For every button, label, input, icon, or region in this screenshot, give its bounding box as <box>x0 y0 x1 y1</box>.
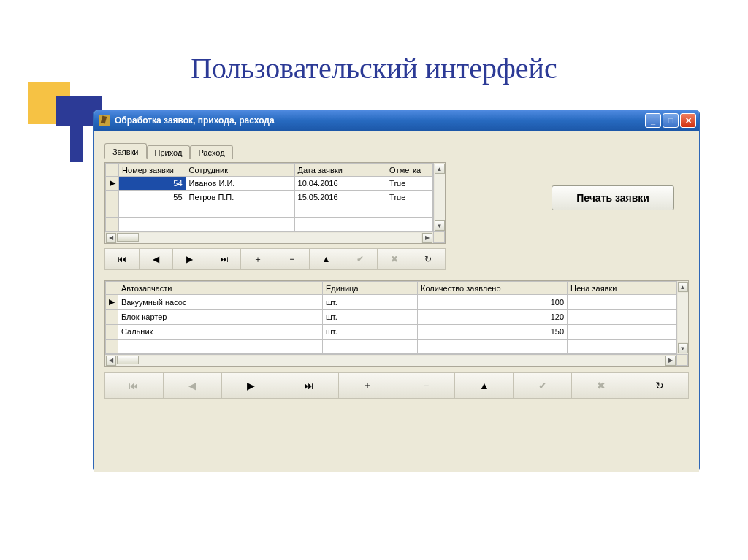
requests-table[interactable]: Номер заявки Сотрудник Дата заявки Отмет… <box>105 163 433 231</box>
minus-icon: − <box>289 254 294 264</box>
nav-add-button[interactable]: ＋ <box>339 373 397 398</box>
cell-qty[interactable]: 100 <box>418 295 568 310</box>
nav-cancel-button[interactable]: ✖ <box>572 373 630 398</box>
cell-price[interactable] <box>568 310 676 324</box>
table-row[interactable]: ▶ 54 Иванов И.И. 10.04.2016 True <box>106 177 433 191</box>
parts-grid[interactable]: Автозапчасти Единица Количество заявлено… <box>104 280 689 367</box>
scroll-right-icon[interactable]: ▶ <box>422 233 432 243</box>
scroll-down-icon[interactable]: ▼ <box>435 220 445 231</box>
table-row[interactable]: Сальник шт. 150 <box>106 324 676 339</box>
table-row[interactable]: Блок-картер шт. 120 <box>106 310 676 324</box>
scroll-left-icon[interactable]: ◀ <box>106 356 116 366</box>
row-marker <box>106 324 118 339</box>
col-qty[interactable]: Количество заявлено <box>418 282 568 295</box>
cancel-icon: ✖ <box>597 380 606 391</box>
cell-part[interactable]: Сальник <box>118 324 323 339</box>
scroll-up-icon[interactable]: ▲ <box>678 282 688 292</box>
nav-refresh-button[interactable]: ↻ <box>411 249 445 269</box>
maximize-button[interactable]: □ <box>663 113 679 128</box>
grid1-hscroll[interactable]: ◀ ▶ <box>105 231 433 243</box>
scroll-left-icon[interactable]: ◀ <box>106 233 116 243</box>
scroll-down-icon[interactable]: ▼ <box>678 343 688 353</box>
cell-unit[interactable]: шт. <box>323 295 418 310</box>
col-unit[interactable]: Единица <box>323 282 418 295</box>
nav-delete-button[interactable]: − <box>397 373 456 398</box>
next-icon: ▶ <box>247 380 255 391</box>
nav-next-button[interactable]: ▶ <box>173 249 207 269</box>
refresh-icon: ↻ <box>655 380 664 391</box>
check-icon: ✔ <box>356 254 364 264</box>
col-price[interactable]: Цена заявки <box>568 282 676 295</box>
cell-unit[interactable]: шт. <box>323 324 418 339</box>
scroll-corner <box>676 354 688 366</box>
col-employee[interactable]: Сотрудник <box>186 164 294 177</box>
nav-last-button[interactable]: ⏭ <box>207 249 242 269</box>
app-icon <box>99 115 110 126</box>
nav-first-button[interactable]: ⏮ <box>105 249 140 269</box>
col-mark[interactable]: Отметка <box>386 164 433 177</box>
cell-mark[interactable]: True <box>386 177 433 191</box>
col-indicator <box>106 282 118 295</box>
requests-navigator: ⏮ ◀ ▶ ⏭ ＋ − ▲ ✔ ✖ ↻ <box>104 248 446 270</box>
cancel-icon: ✖ <box>391 254 398 264</box>
nav-post-button[interactable]: ✔ <box>514 373 572 398</box>
nav-first-button[interactable]: ⏮ <box>105 373 164 398</box>
next-icon: ▶ <box>186 254 193 264</box>
cell-part[interactable]: Вакуумный насос <box>118 295 323 310</box>
cell-mark[interactable]: True <box>386 190 433 204</box>
plus-icon: ＋ <box>362 379 373 392</box>
scroll-right-icon[interactable]: ▶ <box>665 356 676 366</box>
scroll-up-icon[interactable]: ▲ <box>435 164 445 174</box>
nav-prev-button[interactable]: ◀ <box>140 249 174 269</box>
nav-next-button[interactable]: ▶ <box>222 373 280 398</box>
cell-unit[interactable]: шт. <box>323 310 418 324</box>
cell-qty[interactable]: 120 <box>418 310 568 324</box>
grid2-hscroll[interactable]: ◀ ▶ <box>105 354 676 366</box>
nav-post-button[interactable]: ✔ <box>343 249 378 269</box>
nav-refresh-button[interactable]: ↻ <box>630 373 688 398</box>
nav-edit-button[interactable]: ▲ <box>455 373 514 398</box>
nav-add-button[interactable]: ＋ <box>241 249 275 269</box>
col-request-number[interactable]: Номер заявки <box>119 164 186 177</box>
close-button[interactable]: ✕ <box>680 113 696 128</box>
tab-expense[interactable]: Расход <box>190 145 232 159</box>
cell-price[interactable] <box>568 324 676 339</box>
nav-prev-button[interactable]: ◀ <box>164 373 222 398</box>
cell-date[interactable]: 10.04.2016 <box>294 177 386 191</box>
prev-icon: ◀ <box>188 380 196 391</box>
col-indicator <box>106 164 119 177</box>
requests-grid[interactable]: Номер заявки Сотрудник Дата заявки Отмет… <box>104 162 446 244</box>
cell-emp[interactable]: Петров П.П. <box>186 190 294 204</box>
nav-edit-button[interactable]: ▲ <box>310 249 344 269</box>
table-row[interactable]: 55 Петров П.П. 15.05.2016 True <box>106 190 433 204</box>
nav-cancel-button[interactable]: ✖ <box>378 249 412 269</box>
cell-price[interactable] <box>568 295 676 310</box>
grid2-vscroll[interactable]: ▲ ▼ <box>676 281 688 354</box>
cell-part[interactable]: Блок-картер <box>118 310 323 324</box>
table-row[interactable]: ▶ Вакуумный насос шт. 100 <box>106 295 676 310</box>
cell-num[interactable]: 55 <box>119 190 186 204</box>
cell-num[interactable]: 54 <box>119 177 186 191</box>
print-request-button[interactable]: Печать заявки <box>552 185 674 210</box>
first-icon: ⏮ <box>129 380 139 391</box>
col-date[interactable]: Дата заявки <box>294 164 386 177</box>
refresh-icon: ↻ <box>424 254 432 264</box>
plus-icon: ＋ <box>253 253 262 266</box>
nav-last-button[interactable]: ⏭ <box>280 373 339 398</box>
parts-table[interactable]: Автозапчасти Единица Количество заявлено… <box>105 281 676 354</box>
minus-icon: − <box>423 380 429 391</box>
tab-requests[interactable]: Заявки <box>104 143 147 159</box>
nav-delete-button[interactable]: − <box>275 249 310 269</box>
minimize-button[interactable]: _ <box>645 113 661 128</box>
prev-icon: ◀ <box>153 254 159 264</box>
col-part[interactable]: Автозапчасти <box>118 282 323 295</box>
window-titlebar[interactable]: Обработка заявок, прихода, расхода _ □ ✕ <box>94 110 699 131</box>
row-marker-current-icon: ▶ <box>106 295 118 310</box>
grid1-vscroll[interactable]: ▲ ▼ <box>433 163 445 231</box>
window-title: Обработка заявок, прихода, расхода <box>115 115 275 126</box>
cell-qty[interactable]: 150 <box>418 324 568 339</box>
cell-emp[interactable]: Иванов И.И. <box>186 177 294 191</box>
check-icon: ✔ <box>538 380 547 391</box>
tab-income[interactable]: Приход <box>147 145 191 159</box>
cell-date[interactable]: 15.05.2016 <box>294 190 386 204</box>
